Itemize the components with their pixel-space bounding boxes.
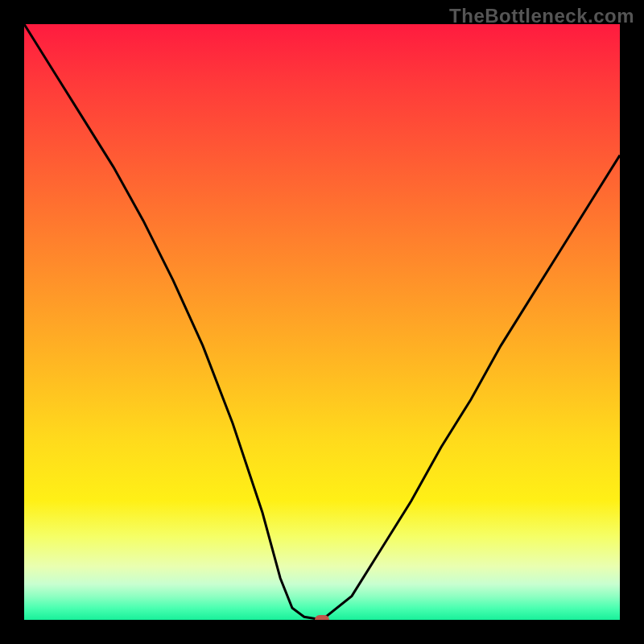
- optimal-marker: [315, 615, 329, 620]
- plot-area: [24, 24, 620, 620]
- bottleneck-curve: [24, 24, 620, 620]
- chart-frame: TheBottleneck.com: [0, 0, 644, 644]
- curve-svg: [24, 24, 620, 620]
